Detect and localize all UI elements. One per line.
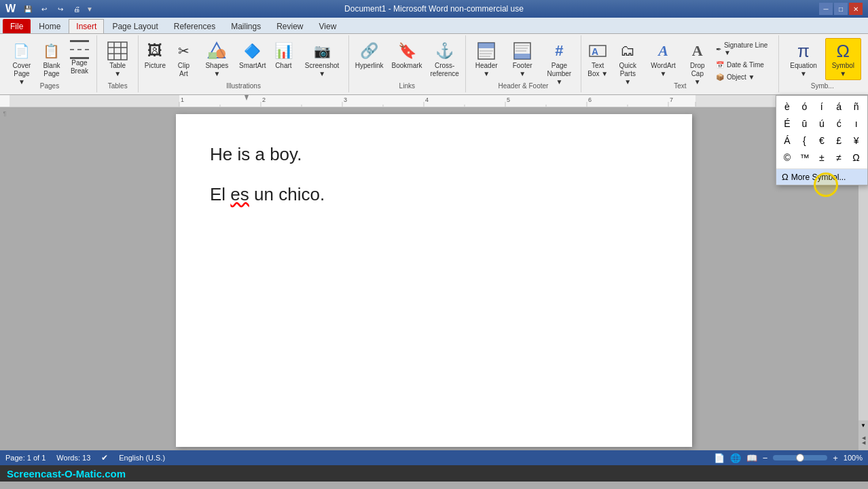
text-box-button[interactable]: A TextBox ▼ [584, 38, 611, 80]
hyperlink-button[interactable]: 🔗 Hyperlink [352, 38, 387, 72]
equation-button[interactable]: π Equation ▼ [783, 38, 823, 80]
screenshot-button[interactable]: 📷 Screenshot ▼ [298, 38, 345, 80]
tab-review[interactable]: Review [269, 19, 310, 33]
blank-page-button[interactable]: 📋 BlankPage [38, 38, 65, 80]
object-label: Object ▼ [727, 73, 755, 81]
view-reading-icon[interactable]: 📖 [746, 453, 757, 463]
tab-insert[interactable]: Insert [69, 19, 104, 33]
tab-references[interactable]: References [166, 19, 223, 33]
object-button[interactable]: 📦 Object ▼ [712, 71, 776, 83]
clip-art-button[interactable]: ✂ ClipArt [170, 38, 197, 80]
symbol-notequal[interactable]: ≠ [831, 149, 847, 166]
svg-text:4: 4 [425, 96, 429, 103]
qat-redo[interactable]: ↪ [54, 3, 67, 15]
bookmark-icon: 🔖 [396, 40, 418, 62]
tab-page-layout[interactable]: Page Layout [105, 19, 165, 33]
more-symbols-label: More Symbol... [791, 173, 846, 182]
chart-button[interactable]: 📊 Chart [270, 38, 297, 72]
zoom-handle[interactable] [796, 454, 804, 462]
page-break-button[interactable]: PageBreak [67, 38, 92, 77]
cross-reference-button[interactable]: ⚓ Cross-reference [427, 38, 463, 80]
signature-line-button[interactable]: ✒ Signature Line ▼ [712, 39, 776, 58]
smartart-button[interactable]: 🔷 SmartArt [236, 38, 268, 72]
symbol-pound[interactable]: £ [831, 132, 847, 149]
quick-parts-button[interactable]: 🗂 QuickParts ▼ [613, 38, 643, 88]
qat-undo[interactable]: ↩ [37, 3, 51, 15]
symbol-button[interactable]: Ω Symbol ▼ [825, 38, 861, 80]
paragraph-marker: ¶ [3, 110, 7, 117]
tab-home[interactable]: Home [31, 19, 68, 33]
scroll-down-button[interactable]: ▼ [858, 420, 868, 430]
table-button[interactable]: Table ▼ [103, 38, 132, 80]
symbol-trademark[interactable]: ™ [796, 149, 812, 166]
cover-page-button[interactable]: 📄 CoverPage ▼ [7, 38, 37, 88]
more-symbols-omega: Ω [782, 172, 789, 182]
wordart-icon: A [653, 40, 674, 62]
symbol-c-acute[interactable]: ć [831, 115, 847, 132]
close-button[interactable]: ✕ [849, 3, 863, 15]
hf-label: Header & Footer [498, 82, 548, 90]
zoom-slider[interactable] [773, 455, 827, 460]
document-area[interactable]: He is a boy. El es un chico. [10, 107, 858, 450]
symbol-plusminus[interactable]: ± [814, 149, 830, 166]
qat-save[interactable]: 💾 [21, 3, 35, 15]
header-button[interactable]: Header ▼ [469, 38, 505, 80]
picture-icon: 🖼 [144, 40, 166, 62]
symbol-e-grave[interactable]: è [779, 98, 795, 115]
svg-text:1: 1 [181, 96, 184, 103]
page-number-button[interactable]: # PageNumber ▼ [541, 38, 578, 88]
symbol-E-acute[interactable]: É [779, 115, 795, 132]
drop-cap-button[interactable]: A DropCap ▼ [684, 38, 711, 88]
svg-rect-9 [478, 43, 494, 48]
symbol-n-tilde[interactable]: ñ [848, 98, 865, 115]
tab-mailings[interactable]: Mailings [223, 19, 268, 33]
watermark-text: Screencast-O-Matic.com [7, 468, 126, 479]
symbol-A-acute[interactable]: Á [779, 132, 795, 149]
more-symbols-button[interactable]: Ω More Symbol... [776, 168, 867, 185]
symbol-u-macron[interactable]: ū [796, 115, 812, 132]
signature-label: Signature Line ▼ [724, 41, 773, 56]
picture-button[interactable]: 🖼 Picture [141, 38, 168, 72]
symbol-omega[interactable]: Ω [848, 149, 865, 166]
svg-rect-0 [108, 42, 127, 60]
shapes-icon [206, 40, 228, 62]
shapes-button[interactable]: Shapes ▼ [199, 38, 236, 80]
maximize-button[interactable]: □ [834, 3, 848, 15]
object-icon: 📦 [716, 73, 724, 81]
tab-view[interactable]: View [312, 19, 344, 33]
svg-text:7: 7 [670, 96, 673, 103]
document-line-2: El es un chico. [210, 181, 658, 208]
minimize-button[interactable]: ─ [819, 3, 833, 15]
symbol-left-brace[interactable]: { [796, 132, 812, 149]
symbol-euro[interactable]: € [814, 132, 830, 149]
wordart-label: WordArt ▼ [647, 62, 679, 78]
tab-file[interactable]: File [3, 19, 31, 33]
symbol-copyright[interactable]: © [779, 149, 795, 166]
svg-rect-14 [514, 54, 530, 59]
view-web-icon[interactable]: 🌐 [730, 453, 741, 463]
page-count: Page: 1 of 1 [5, 454, 46, 462]
document-line-1: He is a boy. [210, 141, 658, 168]
wordart-button[interactable]: A WordArt ▼ [644, 38, 682, 80]
svg-rect-7 [209, 52, 217, 59]
symbol-dotless-i[interactable]: ı [848, 115, 865, 132]
ribbon-group-tables: Table ▼ Tables [97, 35, 139, 92]
screenshot-icon: 📷 [311, 40, 333, 62]
bookmark-button[interactable]: 🔖 Bookmark [388, 38, 426, 72]
prev-page-button[interactable]: ◀◀ [862, 435, 865, 445]
zoom-out-button[interactable]: − [763, 453, 768, 463]
view-normal-icon[interactable]: 📄 [714, 453, 725, 463]
qat-print[interactable]: 🖨 [70, 3, 84, 15]
footer-button[interactable]: Footer ▼ [506, 38, 539, 80]
date-time-button[interactable]: 📅 Date & Time [712, 59, 776, 71]
svg-text:3: 3 [344, 96, 347, 103]
symbol-a-acute[interactable]: á [831, 98, 847, 115]
symbol-yen[interactable]: ¥ [848, 132, 865, 149]
symbol-i-acute[interactable]: í [814, 98, 830, 115]
text-box-label: TextBox ▼ [587, 62, 608, 78]
symbol-o-acute[interactable]: ó [796, 98, 812, 115]
chart-icon: 📊 [272, 40, 294, 62]
zoom-in-button[interactable]: + [833, 453, 838, 463]
symbol-u-acute[interactable]: ú [814, 115, 830, 132]
drop-cap-icon: A [687, 40, 708, 62]
